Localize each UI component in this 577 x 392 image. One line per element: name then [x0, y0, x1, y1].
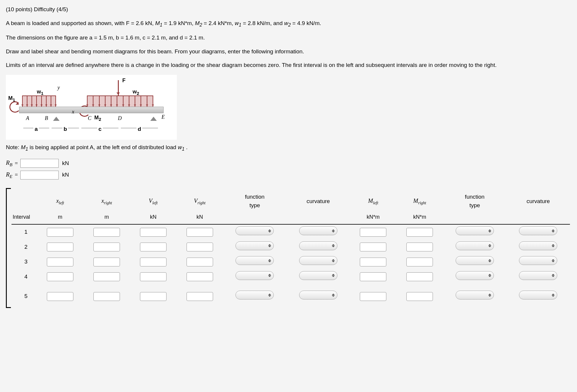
- xright-input[interactable]: [93, 228, 120, 237]
- chevron-down-icon[interactable]: [268, 276, 271, 279]
- function-type-stepper[interactable]: [235, 241, 274, 250]
- curvature-stepper[interactable]: [519, 226, 557, 235]
- Mright-input[interactable]: [406, 292, 433, 301]
- curvature-stepper[interactable]: [519, 241, 557, 250]
- chevron-down-icon[interactable]: [552, 276, 555, 279]
- input-RE[interactable]: [20, 171, 59, 179]
- xleft-input[interactable]: [47, 272, 73, 281]
- chevron-down-icon[interactable]: [332, 246, 335, 249]
- chevron-down-icon[interactable]: [268, 231, 271, 234]
- hdr-ftype-V: functiontype: [223, 191, 286, 211]
- function-type-stepper[interactable]: [456, 226, 494, 235]
- chevron-up-icon[interactable]: [552, 292, 555, 295]
- xleft-input[interactable]: [47, 292, 73, 301]
- function-type-stepper[interactable]: [235, 256, 274, 265]
- chevron-up-icon[interactable]: [332, 272, 335, 275]
- function-type-stepper[interactable]: [456, 256, 494, 265]
- function-type-stepper[interactable]: [456, 291, 494, 299]
- xright-input[interactable]: [93, 258, 120, 266]
- Mright-input[interactable]: [406, 258, 433, 266]
- chevron-down-icon[interactable]: [488, 261, 491, 264]
- chevron-down-icon[interactable]: [488, 231, 491, 234]
- chevron-up-icon[interactable]: [268, 228, 271, 231]
- chevron-up-icon[interactable]: [268, 292, 271, 295]
- chevron-up-icon[interactable]: [268, 243, 271, 246]
- function-type-stepper[interactable]: [235, 271, 274, 280]
- xright-input[interactable]: [93, 292, 120, 301]
- curvature-stepper[interactable]: [519, 256, 557, 265]
- chevron-down-icon[interactable]: [552, 261, 555, 264]
- chevron-up-icon[interactable]: [488, 243, 491, 246]
- chevron-down-icon[interactable]: [552, 295, 555, 298]
- xleft-input[interactable]: [47, 243, 73, 251]
- Mleft-input[interactable]: [360, 243, 386, 251]
- Mright-input[interactable]: [406, 228, 433, 237]
- Mleft-input[interactable]: [360, 292, 386, 301]
- Mleft-input[interactable]: [360, 228, 386, 237]
- hdr-Vleft: Vleft: [130, 191, 177, 211]
- Vright-input[interactable]: [187, 272, 213, 281]
- table-row: 2: [11, 240, 570, 255]
- Vright-input[interactable]: [187, 292, 213, 301]
- Vright-input[interactable]: [187, 258, 213, 266]
- xright-input[interactable]: [93, 243, 120, 251]
- chevron-down-icon[interactable]: [332, 231, 335, 234]
- xleft-input[interactable]: [47, 228, 73, 237]
- Vleft-input[interactable]: [140, 243, 166, 251]
- chevron-up-icon[interactable]: [552, 243, 555, 246]
- Mleft-input[interactable]: [360, 258, 386, 266]
- chevron-up-icon[interactable]: [488, 292, 491, 295]
- input-RB[interactable]: [20, 159, 59, 168]
- hdr-Vright: Vright: [177, 191, 223, 211]
- Vleft-input[interactable]: [140, 258, 166, 266]
- function-type-stepper[interactable]: [235, 226, 274, 235]
- chevron-down-icon[interactable]: [332, 261, 335, 264]
- force-arrow-icon: [118, 80, 119, 95]
- chevron-up-icon[interactable]: [488, 272, 491, 275]
- function-type-stepper[interactable]: [456, 271, 494, 280]
- Vleft-input[interactable]: [140, 292, 166, 301]
- Mright-input[interactable]: [406, 243, 433, 251]
- chevron-up-icon[interactable]: [488, 228, 491, 231]
- Vright-input[interactable]: [187, 228, 213, 237]
- chevron-up-icon[interactable]: [332, 292, 335, 295]
- curvature-stepper[interactable]: [299, 241, 337, 250]
- chevron-up-icon[interactable]: [332, 228, 335, 231]
- function-type-stepper[interactable]: [456, 241, 494, 250]
- curvature-stepper[interactable]: [299, 291, 337, 299]
- chevron-down-icon[interactable]: [268, 295, 271, 298]
- curvature-stepper[interactable]: [519, 291, 557, 299]
- curvature-stepper[interactable]: [519, 271, 557, 280]
- function-type-stepper[interactable]: [235, 291, 274, 299]
- Mleft-input[interactable]: [360, 272, 386, 281]
- chevron-down-icon[interactable]: [552, 246, 555, 249]
- chevron-up-icon[interactable]: [552, 272, 555, 275]
- chevron-down-icon[interactable]: [488, 295, 491, 298]
- curvature-stepper[interactable]: [299, 226, 337, 235]
- chevron-up-icon[interactable]: [552, 258, 555, 261]
- chevron-down-icon[interactable]: [268, 261, 271, 264]
- chevron-up-icon[interactable]: [552, 228, 555, 231]
- chevron-down-icon[interactable]: [332, 276, 335, 279]
- chevron-up-icon[interactable]: [268, 272, 271, 275]
- Vleft-input[interactable]: [140, 228, 166, 237]
- chevron-down-icon[interactable]: [488, 276, 491, 279]
- chevron-down-icon[interactable]: [488, 246, 491, 249]
- Mright-input[interactable]: [406, 272, 433, 281]
- chevron-up-icon[interactable]: [332, 258, 335, 261]
- chevron-up-icon[interactable]: [332, 243, 335, 246]
- chevron-up-icon[interactable]: [268, 258, 271, 261]
- curvature-stepper[interactable]: [299, 256, 337, 265]
- unit-kN: kN: [62, 171, 69, 179]
- Vright-input[interactable]: [187, 243, 213, 251]
- xright-input[interactable]: [93, 272, 120, 281]
- chevron-down-icon[interactable]: [552, 231, 555, 234]
- chevron-down-icon[interactable]: [332, 295, 335, 298]
- chevron-down-icon[interactable]: [268, 246, 271, 249]
- Vleft-input[interactable]: [140, 272, 166, 281]
- roller-support-E: [150, 113, 157, 118]
- chevron-up-icon[interactable]: [488, 258, 491, 261]
- note-M1: Note: M1 is being applied at point A, at…: [6, 143, 571, 153]
- xleft-input[interactable]: [47, 258, 73, 266]
- curvature-stepper[interactable]: [299, 271, 337, 280]
